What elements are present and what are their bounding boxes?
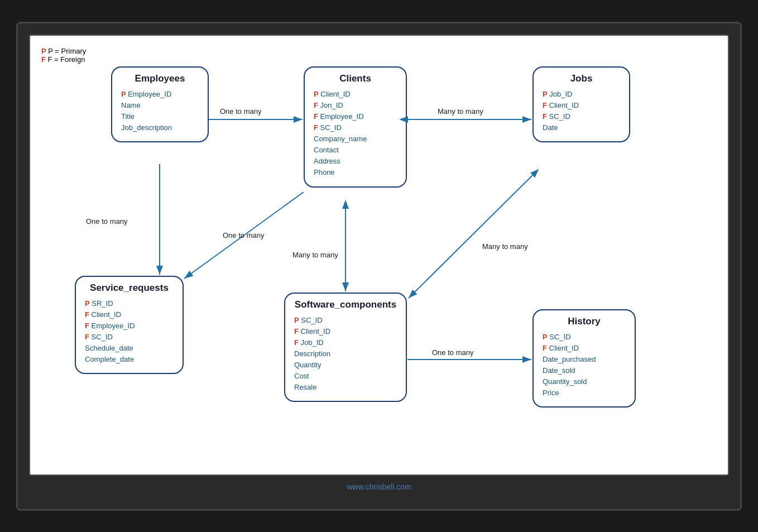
entity-jobs: Jobs P Job_ID F Client_ID F SC_ID Date [532,66,630,143]
service-requests-fields: P SR_ID F Client_ID F Employee_ID F SC_I… [85,298,174,366]
arrow-jobs-sc [409,175,532,298]
footer: www.chrisbell.com [29,476,729,498]
jobs-title: Jobs [543,73,620,84]
rel-cli-jobs: Many to many [438,107,483,116]
rel-cli-sr: One to many [223,231,264,239]
legend-f-letter: F [41,55,46,64]
legend: P P = Primary F F = Foreign [41,47,86,64]
rel-emp-cli: One to many [220,107,261,116]
history-title: History [543,316,626,327]
entity-software-components: Software_components P SC_ID F Client_ID … [284,293,407,402]
clients-title: Clients [314,73,397,84]
history-fields: P SC_ID F Client_ID Date_purchased Date_… [543,332,626,399]
legend-p: P P = Primary [41,47,86,55]
service-requests-title: Service_requests [85,282,174,294]
software-components-title: Software_components [294,299,397,310]
jobs-fields: P Job_ID F Client_ID F SC_ID Date [543,89,620,134]
employees-fields: P Employee_ID Name Title Job_description [121,89,199,134]
diagram-area: P P = Primary F F = Foreign Employees P … [29,35,729,476]
entity-history: History P SC_ID F Client_ID Date_purchas… [532,309,636,408]
clients-fields: P Client_ID F Jon_ID F Employee_ID F SC_… [314,89,397,179]
rel-jobs-sc: Many to many [482,242,528,251]
rel-sc-hist: One to many [432,348,473,357]
rel-cli-sc: Many to many [292,251,338,259]
entity-employees: Employees P Employee_ID Name Title Job_d… [111,66,209,143]
footer-text: www.chrisbell.com [347,482,411,491]
rel-emp-sr: One to many [86,217,127,226]
legend-f: F F = Foreign [41,55,86,64]
software-components-fields: P SC_ID F Client_ID F Job_ID Description… [294,315,397,394]
entity-service-requests: Service_requests P SR_ID F Client_ID F E… [75,276,184,375]
outer-frame: P P = Primary F F = Foreign Employees P … [16,22,742,511]
employees-title: Employees [121,73,199,84]
legend-p-letter: P [41,47,46,55]
entity-clients: Clients P Client_ID F Jon_ID F Employee_… [304,66,407,188]
